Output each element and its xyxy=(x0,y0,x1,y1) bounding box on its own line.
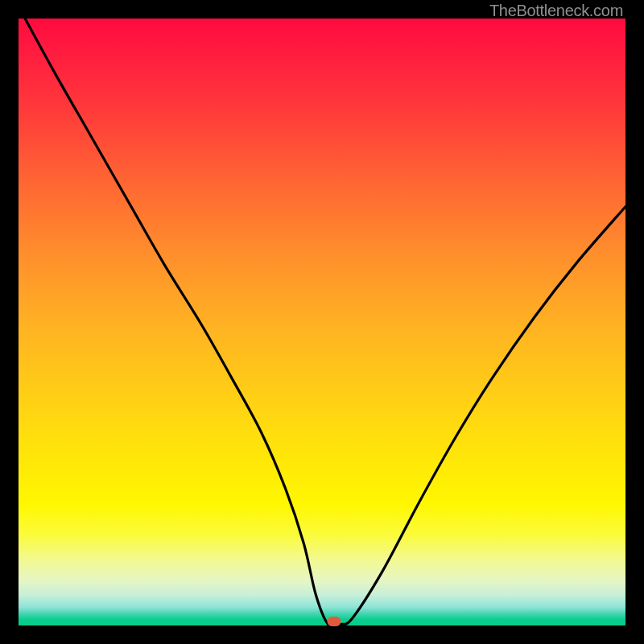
bottleneck-curve xyxy=(19,19,625,625)
chart-frame: TheBottleneck.com xyxy=(0,0,644,644)
attribution-text: TheBottleneck.com xyxy=(489,2,623,20)
optimum-marker xyxy=(328,617,341,626)
chart-plot-area xyxy=(19,19,625,625)
